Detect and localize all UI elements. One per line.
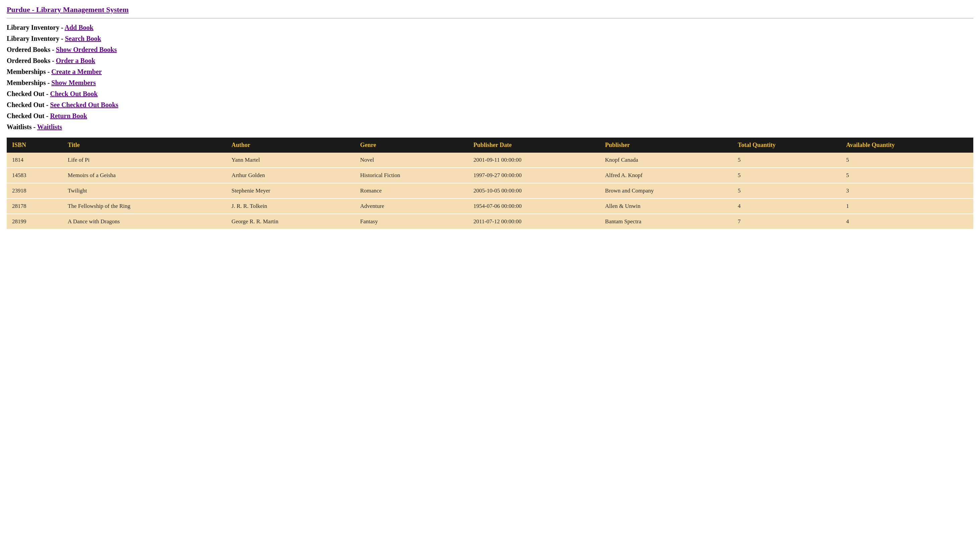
table-cell: 28199 bbox=[7, 214, 62, 229]
nav-prefix: Checked Out - bbox=[7, 90, 50, 97]
nav-link-waitlists[interactable]: Waitlists bbox=[37, 123, 62, 130]
nav-link-order-a-book[interactable]: Order a Book bbox=[56, 57, 95, 64]
nav-item-see-checked-out-books: Checked Out - See Checked Out Books bbox=[7, 101, 973, 109]
table-cell: 5 bbox=[732, 183, 841, 198]
nav-prefix: Ordered Books - bbox=[7, 46, 56, 53]
nav-link-check-out-book[interactable]: Check Out Book bbox=[50, 90, 97, 97]
table-cell: Brown and Company bbox=[600, 183, 732, 198]
table-cell: J. R. R. Tolkein bbox=[226, 198, 355, 214]
nav-item-check-out-book: Checked Out - Check Out Book bbox=[7, 90, 973, 98]
table-body: 1814Life of PiYann MartelNovel2001-09-11… bbox=[7, 152, 973, 229]
nav-item-search-book: Library Inventory - Search Book bbox=[7, 35, 973, 43]
table-cell: Knopf Canada bbox=[600, 152, 732, 168]
table-header-cell: Total Quantity bbox=[732, 138, 841, 152]
nav-prefix: Memberships - bbox=[7, 68, 51, 75]
site-title: Purdue - Library Management System bbox=[7, 5, 973, 14]
table-cell: 5 bbox=[841, 152, 973, 168]
table-header-cell: Title bbox=[62, 138, 226, 152]
table-header-cell: Publisher Date bbox=[468, 138, 600, 152]
nav-link-create-a-member[interactable]: Create a Member bbox=[51, 68, 102, 75]
table-header-cell: Genre bbox=[355, 138, 468, 152]
nav-item-waitlists: Waitlists - Waitlists bbox=[7, 123, 973, 131]
table-cell: 2011-07-12 00:00:00 bbox=[468, 214, 600, 229]
table-cell: 1 bbox=[841, 198, 973, 214]
table-cell: Historical Fiction bbox=[355, 168, 468, 183]
table-cell: Arthur Golden bbox=[226, 168, 355, 183]
table-row: 1814Life of PiYann MartelNovel2001-09-11… bbox=[7, 152, 973, 168]
table-header: ISBNTitleAuthorGenrePublisher DatePublis… bbox=[7, 138, 973, 152]
table-cell: Allen & Unwin bbox=[600, 198, 732, 214]
nav-item-order-a-book: Ordered Books - Order a Book bbox=[7, 57, 973, 65]
nav-link-search-book[interactable]: Search Book bbox=[65, 35, 101, 42]
nav-prefix: Library Inventory - bbox=[7, 35, 65, 42]
table-cell: Bantam Spectra bbox=[600, 214, 732, 229]
nav-item-show-ordered-books: Ordered Books - Show Ordered Books bbox=[7, 46, 973, 54]
table-cell: Fantasy bbox=[355, 214, 468, 229]
nav-item-return-book: Checked Out - Return Book bbox=[7, 112, 973, 120]
inventory-table-wrapper: ISBNTitleAuthorGenrePublisher DatePublis… bbox=[7, 138, 973, 230]
table-cell: A Dance with Dragons bbox=[62, 214, 226, 229]
table-cell: George R. R. Martin bbox=[226, 214, 355, 229]
table-cell: Twilight bbox=[62, 183, 226, 198]
table-cell: 4 bbox=[732, 198, 841, 214]
table-cell: 1954-07-06 00:00:00 bbox=[468, 198, 600, 214]
nav-link-see-checked-out-books[interactable]: See Checked Out Books bbox=[50, 101, 118, 108]
table-cell: The Fellowship of the Ring bbox=[62, 198, 226, 214]
table-cell: 2005-10-05 00:00:00 bbox=[468, 183, 600, 198]
nav-prefix: Memberships - bbox=[7, 79, 51, 86]
nav-link-add-book[interactable]: Add Book bbox=[65, 24, 94, 31]
site-title-link[interactable]: Purdue - Library Management System bbox=[7, 5, 129, 14]
nav-item-add-book: Library Inventory - Add Book bbox=[7, 24, 973, 32]
table-cell: Adventure bbox=[355, 198, 468, 214]
nav-prefix: Ordered Books - bbox=[7, 57, 56, 64]
table-header-cell: Available Quantity bbox=[841, 138, 973, 152]
table-cell: 14583 bbox=[7, 168, 62, 183]
table-cell: 1997-09-27 00:00:00 bbox=[468, 168, 600, 183]
table-cell: 2001-09-11 00:00:00 bbox=[468, 152, 600, 168]
table-header-cell: ISBN bbox=[7, 138, 62, 152]
table-cell: 7 bbox=[732, 214, 841, 229]
table-cell: Yann Martel bbox=[226, 152, 355, 168]
table-row: 28178The Fellowship of the RingJ. R. R. … bbox=[7, 198, 973, 214]
nav-prefix: Library Inventory - bbox=[7, 24, 65, 31]
table-cell: 5 bbox=[732, 168, 841, 183]
nav-prefix: Waitlists - bbox=[7, 123, 37, 130]
table-cell: 28178 bbox=[7, 198, 62, 214]
table-cell: Stephenie Meyer bbox=[226, 183, 355, 198]
table-row: 14583Memoirs of a GeishaArthur GoldenHis… bbox=[7, 168, 973, 183]
table-cell: Memoirs of a Geisha bbox=[62, 168, 226, 183]
table-cell: Life of Pi bbox=[62, 152, 226, 168]
inventory-table: ISBNTitleAuthorGenrePublisher DatePublis… bbox=[7, 138, 973, 230]
table-row: 28199A Dance with DragonsGeorge R. R. Ma… bbox=[7, 214, 973, 229]
table-cell: 5 bbox=[841, 168, 973, 183]
nav-link-show-ordered-books[interactable]: Show Ordered Books bbox=[56, 46, 117, 53]
table-cell: 5 bbox=[732, 152, 841, 168]
nav-item-show-members: Memberships - Show Members bbox=[7, 79, 973, 87]
nav-prefix: Checked Out - bbox=[7, 101, 50, 108]
table-cell: Alfred A. Knopf bbox=[600, 168, 732, 183]
table-cell: Romance bbox=[355, 183, 468, 198]
nav-link-show-members[interactable]: Show Members bbox=[51, 79, 96, 86]
nav-link-return-book[interactable]: Return Book bbox=[50, 112, 87, 119]
table-cell: 3 bbox=[841, 183, 973, 198]
table-cell: Novel bbox=[355, 152, 468, 168]
table-cell: 1814 bbox=[7, 152, 62, 168]
table-row: 23918TwilightStephenie MeyerRomance2005-… bbox=[7, 183, 973, 198]
nav-item-create-a-member: Memberships - Create a Member bbox=[7, 68, 973, 76]
table-cell: 4 bbox=[841, 214, 973, 229]
table-header-cell: Author bbox=[226, 138, 355, 152]
nav-prefix: Checked Out - bbox=[7, 112, 50, 119]
nav-links: Library Inventory - Add BookLibrary Inve… bbox=[7, 24, 973, 131]
table-header-cell: Publisher bbox=[600, 138, 732, 152]
table-cell: 23918 bbox=[7, 183, 62, 198]
